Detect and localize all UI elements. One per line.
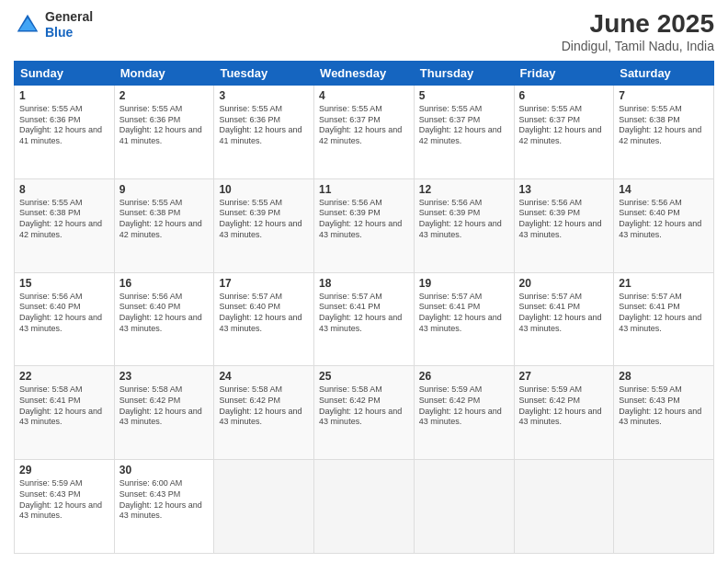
sunset-text: Sunset: 6:43 PM xyxy=(119,489,181,499)
day-info: Sunrise: 5:57 AM Sunset: 6:41 PM Dayligh… xyxy=(419,292,509,335)
day-number: 12 xyxy=(419,183,509,196)
daylight-text: Daylight: 12 hours and 43 minutes. xyxy=(519,407,602,427)
sunset-text: Sunset: 6:37 PM xyxy=(519,115,581,124)
col-friday: Friday xyxy=(514,62,614,86)
daylight-text: Daylight: 12 hours and 43 minutes. xyxy=(619,219,701,239)
day-number: 15 xyxy=(19,277,109,290)
day-info: Sunrise: 5:57 AM Sunset: 6:41 PM Dayligh… xyxy=(619,292,709,335)
day-number: 28 xyxy=(619,370,709,383)
sunrise-text: Sunrise: 5:59 AM xyxy=(619,385,682,394)
table-row: 6 Sunrise: 5:55 AM Sunset: 6:37 PM Dayli… xyxy=(514,86,614,179)
day-info: Sunrise: 5:55 AM Sunset: 6:36 PM Dayligh… xyxy=(19,104,109,147)
daylight-text: Daylight: 12 hours and 43 minutes. xyxy=(19,407,102,427)
sunset-text: Sunset: 6:40 PM xyxy=(119,302,181,311)
day-info: Sunrise: 5:55 AM Sunset: 6:39 PM Dayligh… xyxy=(219,198,309,241)
sunrise-text: Sunrise: 5:58 AM xyxy=(219,385,282,394)
sunrise-text: Sunrise: 5:56 AM xyxy=(319,198,382,207)
table-row: 27 Sunrise: 5:59 AM Sunset: 6:42 PM Dayl… xyxy=(514,366,614,460)
daylight-text: Daylight: 12 hours and 43 minutes. xyxy=(19,313,102,333)
sunset-text: Sunset: 6:39 PM xyxy=(219,208,280,217)
sunset-text: Sunset: 6:41 PM xyxy=(419,302,481,311)
table-row: 18 Sunrise: 5:57 AM Sunset: 6:41 PM Dayl… xyxy=(314,272,415,366)
location: Dindigul, Tamil Nadu, India xyxy=(562,39,714,53)
day-number: 16 xyxy=(119,277,210,290)
day-info: Sunrise: 5:55 AM Sunset: 6:38 PM Dayligh… xyxy=(19,198,109,241)
day-number: 29 xyxy=(19,464,109,477)
day-info: Sunrise: 5:57 AM Sunset: 6:41 PM Dayligh… xyxy=(319,292,409,335)
table-row: 22 Sunrise: 5:58 AM Sunset: 6:41 PM Dayl… xyxy=(15,366,115,460)
day-info: Sunrise: 5:59 AM Sunset: 6:42 PM Dayligh… xyxy=(419,385,509,428)
day-number: 30 xyxy=(119,464,210,477)
table-row xyxy=(314,460,415,554)
daylight-text: Daylight: 12 hours and 43 minutes. xyxy=(519,313,602,333)
day-number: 20 xyxy=(519,277,609,290)
sunrise-text: Sunrise: 5:56 AM xyxy=(119,292,183,301)
daylight-text: Daylight: 12 hours and 42 minutes. xyxy=(119,219,202,239)
table-row xyxy=(514,460,614,554)
daylight-text: Daylight: 12 hours and 43 minutes. xyxy=(19,500,102,521)
col-tuesday: Tuesday xyxy=(214,62,314,86)
sunset-text: Sunset: 6:42 PM xyxy=(319,396,381,405)
daylight-text: Daylight: 12 hours and 43 minutes. xyxy=(619,407,701,427)
day-info: Sunrise: 6:00 AM Sunset: 6:43 PM Dayligh… xyxy=(119,478,210,522)
daylight-text: Daylight: 12 hours and 42 minutes. xyxy=(519,125,602,145)
table-row: 1 Sunrise: 5:55 AM Sunset: 6:36 PM Dayli… xyxy=(15,86,115,179)
day-info: Sunrise: 5:56 AM Sunset: 6:40 PM Dayligh… xyxy=(119,292,210,335)
daylight-text: Daylight: 12 hours and 42 minutes. xyxy=(319,125,402,145)
table-row: 30 Sunrise: 6:00 AM Sunset: 6:43 PM Dayl… xyxy=(114,460,214,554)
day-info: Sunrise: 5:55 AM Sunset: 6:38 PM Dayligh… xyxy=(119,198,210,241)
logo: General Blue xyxy=(14,9,93,40)
table-row: 8 Sunrise: 5:55 AM Sunset: 6:38 PM Dayli… xyxy=(15,178,115,272)
table-row: 19 Sunrise: 5:57 AM Sunset: 6:41 PM Dayl… xyxy=(414,272,514,366)
table-row: 17 Sunrise: 5:57 AM Sunset: 6:40 PM Dayl… xyxy=(214,272,314,366)
day-number: 14 xyxy=(619,183,709,196)
day-info: Sunrise: 5:58 AM Sunset: 6:42 PM Dayligh… xyxy=(319,385,409,428)
table-row: 16 Sunrise: 5:56 AM Sunset: 6:40 PM Dayl… xyxy=(114,272,214,366)
sunrise-text: Sunrise: 5:55 AM xyxy=(119,104,183,113)
calendar-page: General Blue June 2025 Dindigul, Tamil N… xyxy=(0,0,728,563)
day-number: 27 xyxy=(519,370,609,383)
day-number: 18 xyxy=(319,277,409,290)
sunset-text: Sunset: 6:39 PM xyxy=(519,208,581,217)
daylight-text: Daylight: 12 hours and 43 minutes. xyxy=(519,219,602,239)
daylight-text: Daylight: 12 hours and 41 minutes. xyxy=(219,125,301,145)
sunrise-text: Sunrise: 5:57 AM xyxy=(219,292,282,301)
logo-general: General xyxy=(45,9,93,25)
table-row: 14 Sunrise: 5:56 AM Sunset: 6:40 PM Dayl… xyxy=(614,178,714,272)
logo-icon xyxy=(14,11,41,39)
month-title: June 2025 xyxy=(562,9,714,39)
sunset-text: Sunset: 6:42 PM xyxy=(419,396,481,405)
sunrise-text: Sunrise: 5:55 AM xyxy=(219,198,282,207)
day-info: Sunrise: 5:55 AM Sunset: 6:36 PM Dayligh… xyxy=(219,104,309,147)
sunset-text: Sunset: 6:41 PM xyxy=(519,302,581,311)
sunrise-text: Sunrise: 5:59 AM xyxy=(519,385,583,394)
daylight-text: Daylight: 12 hours and 43 minutes. xyxy=(219,407,301,427)
sunrise-text: Sunrise: 5:55 AM xyxy=(619,104,682,113)
daylight-text: Daylight: 12 hours and 43 minutes. xyxy=(319,219,402,239)
table-row: 12 Sunrise: 5:56 AM Sunset: 6:39 PM Dayl… xyxy=(414,178,514,272)
table-row: 10 Sunrise: 5:55 AM Sunset: 6:39 PM Dayl… xyxy=(214,178,314,272)
day-info: Sunrise: 5:55 AM Sunset: 6:37 PM Dayligh… xyxy=(419,104,509,147)
day-number: 19 xyxy=(419,277,509,290)
calendar-week-row: 22 Sunrise: 5:58 AM Sunset: 6:41 PM Dayl… xyxy=(15,366,714,460)
page-header: General Blue June 2025 Dindigul, Tamil N… xyxy=(14,9,714,53)
calendar-week-row: 8 Sunrise: 5:55 AM Sunset: 6:38 PM Dayli… xyxy=(15,178,714,272)
logo-blue: Blue xyxy=(45,25,93,40)
daylight-text: Daylight: 12 hours and 42 minutes. xyxy=(19,219,102,239)
daylight-text: Daylight: 12 hours and 42 minutes. xyxy=(619,125,701,145)
sunset-text: Sunset: 6:39 PM xyxy=(319,208,381,217)
daylight-text: Daylight: 12 hours and 43 minutes. xyxy=(119,500,202,521)
sunrise-text: Sunrise: 5:59 AM xyxy=(19,478,83,488)
day-info: Sunrise: 5:59 AM Sunset: 6:42 PM Dayligh… xyxy=(519,385,609,428)
day-info: Sunrise: 5:58 AM Sunset: 6:42 PM Dayligh… xyxy=(219,385,309,428)
table-row: 26 Sunrise: 5:59 AM Sunset: 6:42 PM Dayl… xyxy=(414,366,514,460)
table-row: 25 Sunrise: 5:58 AM Sunset: 6:42 PM Dayl… xyxy=(314,366,415,460)
table-row: 4 Sunrise: 5:55 AM Sunset: 6:37 PM Dayli… xyxy=(314,86,415,179)
sunset-text: Sunset: 6:43 PM xyxy=(19,489,81,499)
daylight-text: Daylight: 12 hours and 43 minutes. xyxy=(419,219,502,239)
day-info: Sunrise: 5:57 AM Sunset: 6:40 PM Dayligh… xyxy=(219,292,309,335)
logo-text: General Blue xyxy=(45,9,93,40)
day-number: 17 xyxy=(219,277,309,290)
table-row: 5 Sunrise: 5:55 AM Sunset: 6:37 PM Dayli… xyxy=(414,86,514,179)
daylight-text: Daylight: 12 hours and 42 minutes. xyxy=(419,125,502,145)
